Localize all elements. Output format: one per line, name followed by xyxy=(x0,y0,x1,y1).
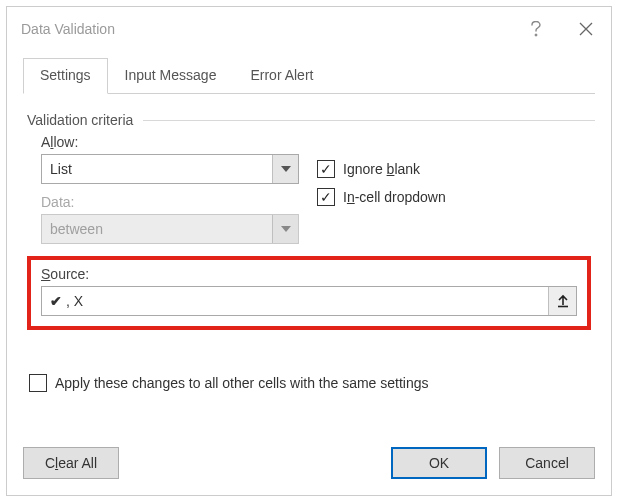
ignore-blank-box[interactable] xyxy=(317,160,335,178)
dialog-title: Data Validation xyxy=(21,21,115,37)
in-cell-dropdown-label: In-cell dropdown xyxy=(343,189,446,205)
source-label: Source: xyxy=(41,266,577,282)
allow-combobox[interactable]: List xyxy=(41,154,299,184)
tab-input-message[interactable]: Input Message xyxy=(108,58,234,94)
data-dropdown-button xyxy=(272,215,298,243)
source-input[interactable]: ✔, X xyxy=(41,286,577,316)
clear-all-button[interactable]: Clear All xyxy=(23,447,119,479)
cancel-button[interactable]: Cancel xyxy=(499,447,595,479)
tab-settings[interactable]: Settings xyxy=(23,58,108,94)
tab-error-alert-label: Error Alert xyxy=(250,67,313,83)
data-validation-dialog: Data Validation Settings Input Message E… xyxy=(6,6,612,496)
source-value[interactable]: ✔, X xyxy=(42,287,548,315)
apply-to-others-checkbox[interactable]: Apply these changes to all other cells w… xyxy=(29,374,589,392)
titlebar: Data Validation xyxy=(7,7,611,51)
source-highlight-region: Source: ✔, X xyxy=(27,256,591,330)
allow-dropdown-button[interactable] xyxy=(272,155,298,183)
in-cell-dropdown-box[interactable] xyxy=(317,188,335,206)
allow-value: List xyxy=(42,155,272,183)
data-combobox: between xyxy=(41,214,299,244)
allow-label: Allow: xyxy=(41,134,299,150)
tab-input-message-label: Input Message xyxy=(125,67,217,83)
range-selector-button[interactable] xyxy=(548,287,576,315)
ignore-blank-label: Ignore blank xyxy=(343,161,420,177)
apply-to-others-box[interactable] xyxy=(29,374,47,392)
apply-to-others-label: Apply these changes to all other cells w… xyxy=(55,375,429,391)
checkmark-icon: ✔ xyxy=(50,293,62,309)
help-button[interactable] xyxy=(511,7,561,51)
close-button[interactable] xyxy=(561,7,611,51)
tab-settings-label: Settings xyxy=(40,67,91,83)
in-cell-dropdown-checkbox[interactable]: In-cell dropdown xyxy=(317,188,446,206)
validation-criteria-heading: Validation criteria xyxy=(27,112,595,128)
data-value: between xyxy=(42,215,272,243)
ignore-blank-checkbox[interactable]: Ignore blank xyxy=(317,160,446,178)
dialog-footer: Clear All OK Cancel xyxy=(7,447,611,495)
tab-strip: Settings Input Message Error Alert xyxy=(23,57,595,94)
tab-error-alert[interactable]: Error Alert xyxy=(233,58,330,94)
svg-point-0 xyxy=(535,34,537,36)
ok-button[interactable]: OK xyxy=(391,447,487,479)
data-label: Data: xyxy=(41,194,299,210)
